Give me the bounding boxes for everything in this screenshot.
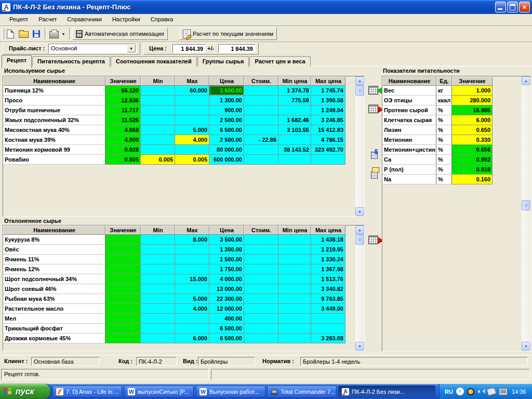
cell-max-price[interactable] bbox=[311, 324, 345, 334]
cell-nutrient-name[interactable]: P (пол) bbox=[382, 165, 436, 175]
minimize-button[interactable] bbox=[495, 2, 506, 12]
cell-name[interactable]: Ячмень 11% bbox=[3, 255, 105, 264]
cell-price[interactable]: 1 500.00 bbox=[209, 255, 244, 264]
cell-cost[interactable] bbox=[244, 115, 278, 125]
cell-unit[interactable]: % bbox=[436, 105, 452, 115]
cell-value[interactable] bbox=[105, 255, 141, 264]
cell-min[interactable] bbox=[141, 145, 175, 155]
cell-max[interactable] bbox=[175, 284, 209, 294]
scroll-down-icon[interactable]: ▼ bbox=[522, 342, 530, 351]
cell-nutrient-value[interactable]: 280.000 bbox=[452, 96, 493, 105]
cell-price[interactable]: 6 500.00 bbox=[209, 334, 244, 343]
used-table-scrollbar[interactable]: ▲ ≡ ▼ bbox=[355, 76, 364, 216]
column-header[interactable]: Min bbox=[141, 76, 175, 86]
task-word-2[interactable]: WВыпускная работ... bbox=[196, 385, 265, 397]
cell-cost[interactable] bbox=[244, 324, 278, 334]
cell-min[interactable] bbox=[141, 294, 175, 304]
save-button[interactable] bbox=[30, 28, 43, 40]
cell-value[interactable]: 11.526 bbox=[105, 115, 141, 125]
price-min-field[interactable]: 1 844.39 bbox=[172, 44, 206, 53]
cell-value[interactable]: 55.120 bbox=[105, 86, 141, 96]
cell-nutrient-value[interactable]: 1.000 bbox=[452, 86, 493, 96]
cell-cost[interactable] bbox=[244, 125, 278, 135]
cell-nutrient-value[interactable]: 0.160 bbox=[452, 175, 493, 184]
cell-max[interactable]: 0.005 bbox=[175, 155, 209, 165]
cell-price[interactable]: 1 300.00 bbox=[209, 96, 244, 105]
cell-price[interactable]: 2 500.00 bbox=[209, 135, 244, 145]
cell-value[interactable] bbox=[105, 294, 141, 304]
task-totalcmd[interactable]: Total Commander 7... bbox=[267, 385, 337, 397]
column-header[interactable]: Наименование bbox=[382, 76, 436, 86]
scroll-thumb[interactable]: ≡ bbox=[522, 200, 530, 210]
cell-nutrient-name[interactable]: ОЭ птицы bbox=[382, 96, 436, 105]
cell-name[interactable]: Рыбная мука 63% bbox=[3, 294, 105, 304]
cell-min-price[interactable] bbox=[278, 314, 311, 324]
cell-max[interactable]: 5.000 bbox=[175, 125, 209, 135]
cell-value[interactable]: 0.005 bbox=[105, 155, 141, 165]
cell-min-price[interactable] bbox=[278, 235, 311, 245]
tab-gruppy-syrya[interactable]: Группы сырья bbox=[197, 56, 249, 67]
cell-min[interactable] bbox=[141, 235, 175, 245]
cell-cost[interactable] bbox=[244, 314, 278, 324]
open-button[interactable] bbox=[17, 28, 30, 40]
cell-nutrient-value[interactable]: 0.992 bbox=[452, 155, 493, 165]
cell-name[interactable]: Овёс bbox=[3, 245, 105, 255]
cell-cost[interactable] bbox=[244, 245, 278, 255]
cell-name[interactable]: Просо bbox=[3, 96, 105, 105]
cell-unit[interactable]: % bbox=[436, 175, 452, 184]
cell-nutrient-value[interactable]: 6.000 bbox=[452, 115, 493, 125]
cell-cost[interactable] bbox=[244, 284, 278, 294]
cell-cost[interactable] bbox=[244, 264, 278, 274]
column-header[interactable]: Цена bbox=[209, 76, 244, 86]
cell-name[interactable]: Костная мука 39% bbox=[3, 135, 105, 145]
restore-button[interactable] bbox=[507, 2, 518, 12]
cell-name[interactable]: Пшеница 12% bbox=[3, 86, 105, 96]
cell-max-price[interactable]: 1 745.74 bbox=[311, 86, 345, 96]
cell-nutrient-name[interactable]: Ca bbox=[382, 155, 436, 165]
cell-nutrient-name[interactable]: Протеин сырой bbox=[382, 105, 436, 115]
column-header[interactable]: Наименование bbox=[3, 225, 105, 235]
cell-cost[interactable] bbox=[244, 304, 278, 314]
cell-nutrient-value[interactable]: 0.650 bbox=[452, 125, 493, 135]
cell-value[interactable]: 4.000 bbox=[105, 135, 141, 145]
cell-unit[interactable]: ккал bbox=[436, 96, 452, 105]
scroll-thumb[interactable]: ≡ bbox=[355, 85, 364, 96]
cell-cost[interactable] bbox=[244, 105, 278, 115]
auto-optimize-button[interactable]: Автоматическая оптимизация bbox=[72, 28, 168, 40]
cell-nutrient-name[interactable]: Na bbox=[382, 175, 436, 184]
calc-current-button[interactable]: Расчет по текущим значениям bbox=[179, 28, 277, 40]
cell-value[interactable]: 4.668 bbox=[105, 125, 141, 135]
cell-min[interactable] bbox=[141, 86, 175, 96]
cell-max[interactable] bbox=[175, 255, 209, 264]
cell-name[interactable]: Дрожжи кормовые 45% bbox=[3, 334, 105, 343]
cell-price[interactable]: 80 000.00 bbox=[209, 145, 244, 155]
cell-max-price[interactable]: 1 330.24 bbox=[311, 255, 345, 264]
cell-min-price[interactable] bbox=[278, 255, 311, 264]
cell-value[interactable] bbox=[105, 324, 141, 334]
cell-max[interactable] bbox=[175, 324, 209, 334]
cell-unit[interactable]: % bbox=[436, 115, 452, 125]
close-button[interactable]: × bbox=[519, 2, 530, 12]
cell-price[interactable]: 6 500.00 bbox=[209, 324, 244, 334]
cell-cost[interactable]: - 22.86 bbox=[244, 135, 278, 145]
task-winamp[interactable]: 7. Dj Anax - Life in ... bbox=[52, 385, 122, 397]
cell-price[interactable]: 1 500.00 bbox=[209, 86, 244, 96]
cell-name[interactable]: Шрот соевый 46% bbox=[3, 284, 105, 294]
cell-min-price[interactable] bbox=[278, 274, 311, 284]
menu-raschet[interactable]: Расчет bbox=[33, 14, 62, 26]
cell-max-price[interactable]: 3 449.00 bbox=[311, 304, 345, 314]
cell-cost[interactable] bbox=[244, 274, 278, 284]
cell-unit[interactable]: % bbox=[436, 165, 452, 175]
cell-price[interactable]: 4 000.00 bbox=[209, 274, 244, 284]
print-dropdown[interactable]: ▼ bbox=[60, 28, 66, 40]
cell-unit[interactable]: % bbox=[436, 125, 452, 135]
menu-spravka[interactable]: Справка bbox=[145, 14, 178, 26]
cell-max[interactable] bbox=[175, 105, 209, 115]
print-button[interactable] bbox=[48, 28, 60, 40]
cell-value[interactable] bbox=[105, 264, 141, 274]
cell-name[interactable]: Ровабио bbox=[3, 155, 105, 165]
cell-price[interactable]: 2 500.00 bbox=[209, 115, 244, 125]
tab-recept[interactable]: Рецепт bbox=[2, 55, 32, 68]
cell-value[interactable] bbox=[105, 245, 141, 255]
cell-min-price[interactable] bbox=[278, 264, 311, 274]
